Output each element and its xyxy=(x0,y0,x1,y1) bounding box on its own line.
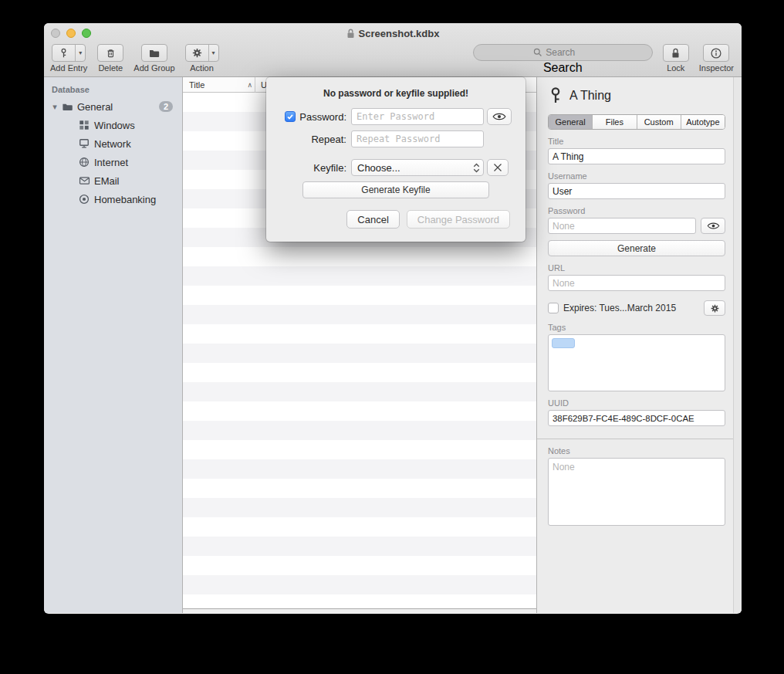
action-label: Action xyxy=(190,63,214,73)
password-checkbox[interactable] xyxy=(285,111,296,122)
add-group-button[interactable] xyxy=(141,44,167,62)
inspector-label: Inspector xyxy=(699,63,734,73)
window-chrome: Screenshot.kdbx ▾ Add Entry xyxy=(44,23,742,77)
keyfile-clear-button[interactable] xyxy=(487,159,509,176)
delete-button[interactable] xyxy=(97,44,123,62)
zoom-button[interactable] xyxy=(82,29,91,38)
toolbar-item-search: Search xyxy=(473,44,653,75)
add-entry-button[interactable]: ▾ xyxy=(52,44,86,62)
uuid-label: UUID xyxy=(548,398,725,408)
entry-title: A Thing xyxy=(569,89,611,103)
sidebar-item-email[interactable]: EMail xyxy=(44,171,182,190)
network-icon xyxy=(78,137,90,150)
dialog-password-input[interactable] xyxy=(351,108,484,125)
search-input[interactable] xyxy=(546,47,592,58)
tags-label: Tags xyxy=(548,323,725,332)
password-field[interactable] xyxy=(548,218,696,234)
minimize-button[interactable] xyxy=(66,29,76,38)
expires-checkbox[interactable] xyxy=(548,303,559,313)
inspector-tabs: General Files Custom Autotype xyxy=(548,114,725,130)
lock-button[interactable] xyxy=(663,44,689,62)
sidebar-item-general[interactable]: ▾ General 2 xyxy=(44,97,182,116)
envelope-icon xyxy=(78,174,90,187)
notes-field[interactable] xyxy=(548,458,725,526)
repeat-label: Repeat: xyxy=(311,134,346,145)
stepper-icon xyxy=(470,163,483,173)
windows-icon xyxy=(78,119,90,131)
sidebar-item-windows[interactable]: Windows xyxy=(44,116,182,134)
titlebar[interactable]: Screenshot.kdbx xyxy=(44,23,742,43)
sidebar-item-label: General xyxy=(77,101,113,113)
sidebar-header: Database xyxy=(44,83,182,97)
username-field[interactable] xyxy=(548,183,725,199)
inspector-divider xyxy=(537,439,733,439)
password-row-label: Password: xyxy=(277,111,351,123)
url-field-label: URL xyxy=(548,263,725,273)
gear-icon xyxy=(186,45,208,61)
generate-password-button[interactable]: Generate xyxy=(548,240,725,256)
cancel-button[interactable]: Cancel xyxy=(346,210,399,229)
expires-label: Expires: Tues...March 2015 xyxy=(563,303,676,313)
eye-icon xyxy=(707,222,720,230)
column-header-title[interactable]: Title ∧ xyxy=(183,80,255,90)
inspector-button[interactable] xyxy=(703,44,729,62)
dialog-repeat-input[interactable] xyxy=(351,130,484,147)
tab-custom[interactable]: Custom xyxy=(637,115,681,129)
keyfile-label: Keyfile: xyxy=(313,162,346,174)
toolbar-item-delete: Delete xyxy=(97,44,123,73)
username-field-label: Username xyxy=(548,171,725,181)
close-button[interactable] xyxy=(51,29,60,38)
tags-field[interactable] xyxy=(548,334,725,391)
entry-header: A Thing xyxy=(548,86,725,105)
toolbar-item-add-entry: ▾ Add Entry xyxy=(50,44,87,73)
inspector-scrollbar[interactable] xyxy=(733,77,742,613)
chevron-down-icon[interactable]: ▾ xyxy=(208,45,218,61)
password-label: Password: xyxy=(299,111,346,123)
sidebar-item-internet[interactable]: Internet xyxy=(44,153,182,171)
search-field[interactable] xyxy=(473,44,653,61)
expires-settings-button[interactable] xyxy=(704,300,725,316)
show-password-button[interactable] xyxy=(701,218,725,234)
chevron-down-icon[interactable]: ▾ xyxy=(75,45,85,61)
generate-keyfile-button[interactable]: Generate Keyfile xyxy=(302,181,489,198)
sidebar-item-network[interactable]: Network xyxy=(44,134,182,153)
lock-label: Lock xyxy=(667,63,684,73)
tag-token[interactable] xyxy=(552,338,575,348)
count-badge: 2 xyxy=(159,101,173,112)
dialog-buttons: Cancel Change Password xyxy=(266,210,525,229)
key-icon xyxy=(548,86,563,105)
globe-icon xyxy=(78,156,90,168)
sidebar-item-label: EMail xyxy=(94,175,120,187)
eye-icon xyxy=(492,112,506,121)
dialog-form: Password: Repeat: Keyfile: xyxy=(266,108,525,198)
search-label: Search xyxy=(543,61,583,75)
sidebar-item-label: Internet xyxy=(94,157,128,168)
repeat-row-label: Repeat: xyxy=(277,134,351,145)
column-header-username[interactable]: U xyxy=(255,80,267,90)
action-button[interactable]: ▾ xyxy=(185,44,219,62)
sort-ascending-icon: ∧ xyxy=(247,81,252,89)
tab-general[interactable]: General xyxy=(549,115,593,129)
uuid-field[interactable] xyxy=(548,410,725,426)
password-field-label: Password xyxy=(548,206,725,215)
toolbar-item-inspector: Inspector xyxy=(699,44,734,73)
change-password-button[interactable]: Change Password xyxy=(407,210,510,229)
info-icon xyxy=(710,47,722,59)
disclosure-triangle-icon[interactable]: ▾ xyxy=(49,102,61,112)
notes-label: Notes xyxy=(548,446,725,456)
close-x-icon xyxy=(493,163,502,172)
sidebar-item-label: Network xyxy=(94,138,131,150)
window-title: Screenshot.kdbx xyxy=(359,28,440,39)
url-field[interactable] xyxy=(548,275,725,291)
keyfile-select[interactable]: Choose... xyxy=(351,159,484,176)
gear-icon xyxy=(710,303,720,313)
dialog-show-password-button[interactable] xyxy=(487,108,512,125)
lock-icon xyxy=(671,47,681,59)
title-field[interactable] xyxy=(548,148,725,164)
tab-files[interactable]: Files xyxy=(593,115,637,129)
dialog-message: No password or keyfile supplied! xyxy=(266,88,525,99)
sidebar-item-homebanking[interactable]: Homebanking xyxy=(44,190,182,208)
title-field-label: Title xyxy=(548,137,725,146)
inspector-panel: A Thing General Files Custom Autotype Ti… xyxy=(536,77,742,613)
tab-autotype[interactable]: Autotype xyxy=(681,115,725,129)
